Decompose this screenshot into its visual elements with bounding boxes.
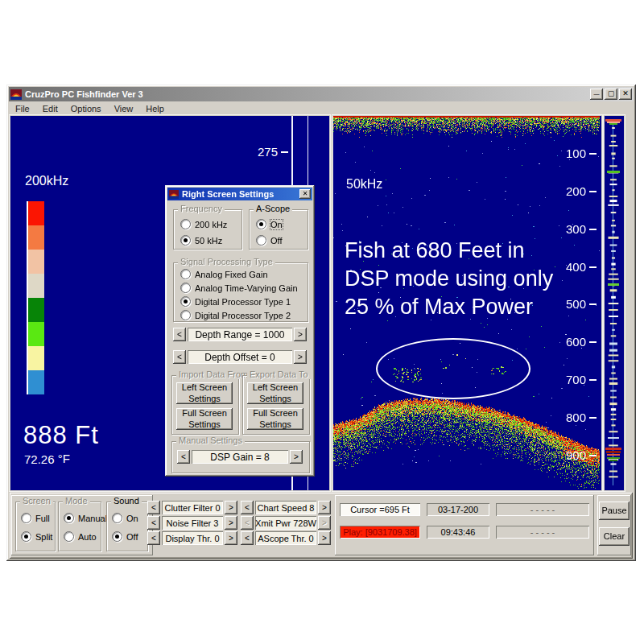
close-button[interactable]: ✕	[619, 89, 632, 100]
ascope-threshold-decrease-button[interactable]: <	[241, 531, 254, 545]
depth-range-decrease-button[interactable]: <	[173, 328, 186, 341]
fish-annotation: Fish at 680 Feet in DSP mode using only …	[345, 237, 553, 321]
minimize-button[interactable]: —	[590, 89, 603, 100]
depth-range-spinner: < Depth Range = 1000 >	[173, 328, 307, 341]
radio-screen-full[interactable]	[21, 513, 31, 523]
dialog-icon	[169, 190, 179, 199]
depth-range-value: Depth Range = 1000	[188, 328, 292, 341]
signal-processing-group-label: Signal Processing Type	[178, 257, 275, 266]
radio-sound-on[interactable]	[112, 513, 122, 523]
radio-200khz[interactable]	[180, 219, 191, 229]
depth-tick-label: 300	[566, 222, 586, 236]
import-data-group-label: Import Data From	[176, 369, 250, 379]
menu-options[interactable]: Options	[64, 102, 108, 115]
ascope-threshold-spinner: < AScope Thr. 0 >	[241, 531, 331, 545]
import-left-screen-button[interactable]: Left Screen Settings	[176, 382, 233, 404]
export-full-screen-button[interactable]: Full Screen Settings	[247, 408, 303, 430]
depth-tick	[589, 153, 597, 155]
radio-analog-fixed[interactable]	[180, 269, 191, 279]
xmit-power-increase-button[interactable]: >	[318, 516, 331, 530]
control-bar: Screen Full Split Mode Manual Auto Sound…	[10, 493, 633, 559]
depth-range-increase-button[interactable]: >	[294, 328, 307, 341]
radio-sound-off-label: Off	[126, 532, 138, 542]
radio-mode-manual-label: Manual	[78, 514, 107, 523]
depth-tick-label: 600	[566, 335, 586, 349]
clutter-filter-spinner: < Clutter Filter 0 >	[147, 501, 237, 514]
clutter-filter-decrease-button[interactable]: <	[147, 501, 160, 514]
depth-tick	[589, 379, 597, 381]
dialog-titlebar[interactable]: Right Screen Settings ✕	[167, 188, 312, 200]
dialog-close-icon[interactable]: ✕	[299, 189, 311, 199]
screen-group-label: Screen	[20, 496, 53, 506]
export-left-screen-button[interactable]: Left Screen Settings	[247, 382, 303, 404]
display-threshold-increase-button[interactable]: >	[225, 531, 237, 545]
desktop: CruzPro PC Fishfinder Ver 3 — ▢ ✕ File E…	[0, 0, 644, 644]
colorbar-segment	[28, 274, 44, 298]
menu-help[interactable]: Help	[139, 102, 171, 115]
depth-offset-increase-button[interactable]: >	[294, 350, 307, 364]
pause-button[interactable]: Pause	[599, 502, 630, 520]
maximize-button[interactable]: ▢	[605, 89, 617, 100]
dsp-gain-decrease-button[interactable]: <	[177, 450, 190, 464]
app-icon	[10, 89, 22, 100]
dsp-gain-increase-button[interactable]: >	[290, 450, 303, 464]
import-full-screen-button[interactable]: Full Screen Settings	[176, 408, 233, 430]
radio-analog-fixed-label: Analog Fixed Gain	[195, 270, 268, 279]
ascope-threshold-increase-button[interactable]: >	[318, 531, 331, 545]
radio-50khz[interactable]	[180, 235, 191, 246]
display-threshold-decrease-button[interactable]: <	[147, 531, 160, 545]
depth-tick	[589, 229, 597, 230]
radio-200khz-label: 200 kHz	[195, 220, 227, 229]
clear-button[interactable]: Clear	[599, 527, 630, 546]
depth-tick	[589, 417, 597, 419]
radio-screen-full-label: Full	[35, 514, 50, 523]
ascope-canvas	[605, 116, 622, 489]
colorbar-segment	[28, 346, 44, 370]
chart-speed-increase-button[interactable]: >	[318, 501, 331, 514]
radio-sound-off[interactable]	[112, 531, 122, 542]
right-screen-settings-dialog: Right Screen Settings ✕ Frequency 200 kH…	[165, 185, 315, 477]
annotation-line-3: 25 % of Max Power	[345, 293, 553, 321]
radio-ascope-off[interactable]	[256, 235, 266, 246]
radio-dsp2[interactable]	[180, 310, 191, 320]
depth-tick-label: 400	[566, 260, 586, 274]
ascope-strip	[604, 115, 625, 491]
depth-tick-label: 900	[566, 448, 586, 462]
radio-analog-tvg[interactable]	[180, 283, 191, 293]
annotation-line-2: DSP mode using only	[345, 265, 553, 293]
menu-view[interactable]: View	[108, 102, 140, 115]
dialog-title: Right Screen Settings	[182, 189, 298, 199]
colorbar-segment	[28, 298, 44, 322]
radio-mode-manual[interactable]	[64, 513, 74, 523]
depth-tick	[589, 266, 597, 268]
status-panel: Cursor =695 Ft 03-17-200 - - - - - Play:…	[335, 495, 594, 555]
depth-tick-label: 100	[566, 147, 586, 160]
depth-tick-label: 200	[566, 184, 586, 198]
chart-speed-decrease-button[interactable]: <	[241, 501, 254, 514]
mode-group: Mode Manual Auto	[58, 502, 101, 551]
menu-edit[interactable]: Edit	[36, 102, 64, 115]
radio-screen-split[interactable]	[21, 531, 31, 542]
menu-file[interactable]: File	[9, 102, 36, 115]
radio-dsp1-label: Digital Processor Type 1	[195, 297, 291, 307]
noise-filter-decrease-button[interactable]: <	[147, 516, 160, 530]
titlebar[interactable]: CruzPro PC Fishfinder Ver 3 — ▢ ✕	[9, 87, 634, 101]
xmit-power-spinner: < Xmit Pwr 728W >	[241, 516, 331, 530]
play-file-field: Play: [9031709.38]	[340, 526, 420, 539]
status-dash-field-2: - - - - -	[496, 526, 589, 539]
right-frequency-label: 50kHz	[346, 177, 382, 192]
temperature-readout: 72.26 °F	[24, 452, 70, 466]
display-mode-panel: Screen Full Split Mode Manual Auto Sound…	[11, 495, 153, 555]
right-sonar-panel[interactable]: 50kHz Fish at 680 Feet in DSP mode using…	[332, 115, 602, 491]
depth-offset-decrease-button[interactable]: <	[173, 350, 186, 364]
radio-mode-auto[interactable]	[64, 531, 74, 542]
xmit-power-decrease-button[interactable]: <	[241, 516, 254, 530]
radio-dsp1[interactable]	[180, 296, 191, 307]
clutter-filter-increase-button[interactable]: >	[225, 501, 237, 514]
mode-group-label: Mode	[63, 496, 90, 506]
radio-ascope-on[interactable]	[256, 219, 266, 229]
left-frequency-label: 200kHz	[25, 174, 68, 188]
annotation-line-1: Fish at 680 Feet in	[345, 237, 553, 265]
radio-50khz-label: 50 kHz	[195, 236, 222, 246]
noise-filter-increase-button[interactable]: >	[225, 516, 237, 530]
